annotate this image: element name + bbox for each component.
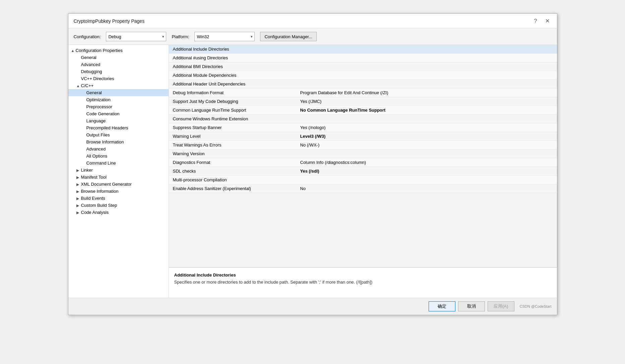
configuration-select[interactable]: Debug <box>106 32 166 41</box>
prop-name-support-just-my-code: Support Just My Code Debugging <box>169 97 296 106</box>
expand-icon-manifest-tool: ▶ <box>76 175 81 180</box>
prop-name-debug-info-format: Debug Information Format <box>169 88 296 97</box>
prop-value-suppress-startup-banner: Yes (/nologo) <box>296 123 557 132</box>
cancel-button[interactable]: 取消 <box>458 301 485 311</box>
sidebar-item-label-linker: Linker <box>81 168 93 173</box>
platform-select[interactable]: Win32 <box>194 32 255 41</box>
prop-table: Additional Include DirectoriesAdditional… <box>169 45 557 193</box>
sidebar-item-label-cpp-general: General <box>86 90 102 95</box>
prop-name-sdl-checks: SDL checks <box>169 167 296 176</box>
table-row[interactable]: Treat Warnings As ErrorsNo (/WX-) <box>169 141 557 149</box>
sidebar-item-language[interactable]: Language <box>68 117 169 124</box>
expand-icon-linker: ▶ <box>76 168 81 173</box>
prop-value-warning-level: Level3 (/W3) <box>296 132 557 141</box>
sidebar-item-label-preprocessor: Preprocessor <box>86 104 112 109</box>
prop-value-common-lang-runtime: No Common Language RunTime Support <box>296 106 557 115</box>
ok-button[interactable]: 确定 <box>429 301 455 311</box>
window-title: CryptoImpPubkey Property Pages <box>74 18 145 24</box>
apply-button[interactable]: 应用(A) <box>488 301 514 311</box>
sidebar-item-label-command-line: Command Line <box>86 161 116 166</box>
sidebar-item-label-all-options: All Options <box>86 154 108 159</box>
table-row[interactable]: Diagnostics FormatColumn Info (/diagnost… <box>169 158 557 167</box>
table-row[interactable]: Warning LevelLevel3 (/W3) <box>169 132 557 141</box>
sidebar-item-label-advanced: Advanced <box>81 62 101 67</box>
prop-value-treat-warnings-errors: No (/WX-) <box>296 141 557 149</box>
sidebar-item-label-manifest-tool: Manifest Tool <box>81 175 107 180</box>
prop-table-container: Additional Include DirectoriesAdditional… <box>169 45 557 267</box>
table-row[interactable]: Debug Information FormatProgram Database… <box>169 88 557 97</box>
table-row[interactable]: Suppress Startup BannerYes (/nologo) <box>169 123 557 132</box>
sidebar-item-label-code-generation: Code Generation <box>86 111 120 116</box>
sidebar-item-precompiled-headers[interactable]: Precompiled Headers <box>68 124 169 131</box>
close-button[interactable]: ✕ <box>543 17 552 25</box>
prop-value-debug-info-format: Program Database for Edit And Continue (… <box>296 88 557 97</box>
table-row[interactable]: SDL checksYes (/sdl) <box>169 167 557 176</box>
expand-icon-build-events: ▶ <box>76 196 81 201</box>
table-row[interactable]: Additional BMI Directories <box>169 62 557 71</box>
prop-name-multi-processor: Multi-processor Compilation <box>169 176 296 184</box>
prop-value-consume-win-rt-ext <box>296 115 557 123</box>
sidebar-item-code-analysis[interactable]: ▶Code Analysis <box>68 209 169 216</box>
prop-value-warning-version <box>296 149 557 158</box>
table-row[interactable]: Support Just My Code DebuggingYes (/JMC) <box>169 97 557 106</box>
sidebar-item-build-events[interactable]: ▶Build Events <box>68 195 169 202</box>
expand-icon-custom-build: ▶ <box>76 203 81 208</box>
sidebar-item-label-language: Language <box>86 118 106 123</box>
table-row[interactable]: Multi-processor Compilation <box>169 176 557 184</box>
sidebar-item-code-generation[interactable]: Code Generation <box>68 110 169 117</box>
sidebar-item-label-cpp-advanced: Advanced <box>86 146 106 151</box>
help-button[interactable]: ? <box>532 17 539 25</box>
sidebar-item-browse-info[interactable]: ▶Browse Information <box>68 188 169 195</box>
platform-select-wrapper[interactable]: Win32 <box>194 32 255 41</box>
sidebar-item-config-properties[interactable]: ▲Configuration Properties <box>68 47 169 54</box>
sidebar-item-all-options[interactable]: All Options <box>68 153 169 160</box>
expand-icon-xml-doc-gen: ▶ <box>76 182 81 187</box>
prop-name-additional-using-dirs: Additional #using Directories <box>169 54 296 62</box>
sidebar-item-custom-build[interactable]: ▶Custom Build Step <box>68 202 169 209</box>
sidebar-item-label-cpp: C/C++ <box>81 83 94 88</box>
table-row[interactable]: Additional Module Dependencies <box>169 71 557 80</box>
sidebar-item-browse-information[interactable]: Browse Information <box>68 138 169 145</box>
description-title: Additional Include Directories <box>174 272 552 278</box>
sidebar-item-optimization[interactable]: Optimization <box>68 96 169 103</box>
sidebar-item-linker[interactable]: ▶Linker <box>68 167 169 174</box>
dialog-window: CryptoImpPubkey Property Pages ? ✕ Confi… <box>68 13 557 315</box>
expand-icon-code-analysis: ▶ <box>76 210 81 215</box>
table-row[interactable]: Consume Windows Runtime Extension <box>169 115 557 123</box>
table-row[interactable]: Enable Address Sanitizer (Experimental)N… <box>169 184 557 193</box>
sidebar-item-label-output-files: Output Files <box>86 132 110 137</box>
prop-name-consume-win-rt-ext: Consume Windows Runtime Extension <box>169 115 296 123</box>
sidebar-item-debugging[interactable]: Debugging <box>68 68 169 75</box>
description-text: Specifies one or more directories to add… <box>174 280 552 285</box>
table-row[interactable]: Common Language RunTime SupportNo Common… <box>169 106 557 115</box>
sidebar-item-label-debugging: Debugging <box>81 69 102 74</box>
sidebar-item-vc-directories[interactable]: VC++ Directories <box>68 75 169 82</box>
prop-value-multi-processor <box>296 176 557 184</box>
sidebar-item-label-general: General <box>81 55 97 60</box>
sidebar-item-label-build-events: Build Events <box>81 196 105 201</box>
table-row[interactable]: Additional #using Directories <box>169 54 557 62</box>
prop-name-additional-bmi-dirs: Additional BMI Directories <box>169 62 296 71</box>
table-row[interactable]: Warning Version <box>169 149 557 158</box>
table-row[interactable]: Additional Header Unit Dependencies <box>169 80 557 88</box>
sidebar-item-advanced[interactable]: Advanced <box>68 61 169 68</box>
config-manager-button[interactable]: Configuration Manager... <box>260 32 316 41</box>
sidebar-item-xml-doc-gen[interactable]: ▶XML Document Generator <box>68 181 169 188</box>
sidebar-item-cpp[interactable]: ▲C/C++ <box>68 82 169 89</box>
prop-name-enable-address-sanitizer: Enable Address Sanitizer (Experimental) <box>169 184 296 193</box>
expand-icon-browse-info: ▶ <box>76 189 81 194</box>
sidebar-item-label-optimization: Optimization <box>86 97 111 102</box>
platform-label: Platform: <box>172 34 189 39</box>
sidebar-item-cpp-advanced[interactable]: Advanced <box>68 145 169 153</box>
sidebar-item-label-custom-build: Custom Build Step <box>81 203 117 208</box>
sidebar-item-cpp-general[interactable]: General <box>68 89 169 96</box>
configuration-select-wrapper[interactable]: Debug <box>106 32 166 41</box>
sidebar-item-manifest-tool[interactable]: ▶Manifest Tool <box>68 174 169 181</box>
sidebar-item-preprocessor[interactable]: Preprocessor <box>68 103 169 110</box>
sidebar-item-command-line[interactable]: Command Line <box>68 160 169 167</box>
sidebar-item-label-config-properties: Configuration Properties <box>76 48 123 53</box>
expand-icon-config-properties: ▲ <box>71 49 76 53</box>
sidebar-item-general[interactable]: General <box>68 54 169 61</box>
table-row[interactable]: Additional Include Directories <box>169 45 557 54</box>
sidebar-item-output-files[interactable]: Output Files <box>68 131 169 138</box>
